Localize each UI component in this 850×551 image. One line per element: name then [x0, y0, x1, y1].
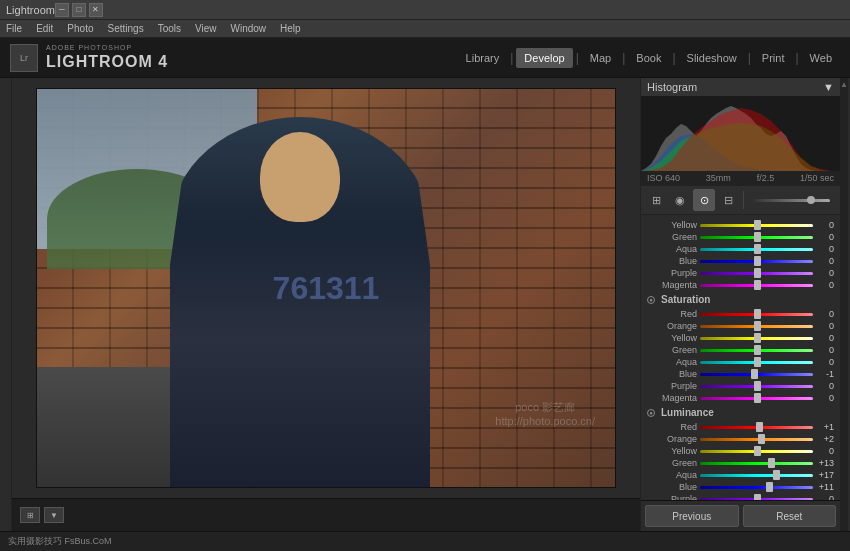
sat-red-label: Red — [647, 309, 697, 319]
hue-magenta-value: 0 — [816, 280, 834, 290]
lum-orange-thumb — [758, 434, 765, 444]
lum-yellow-row: Yellow 0 — [641, 445, 840, 457]
hue-magenta-thumb — [754, 280, 761, 290]
menu-file[interactable]: File — [4, 23, 24, 34]
hue-purple-value: 0 — [816, 268, 834, 278]
sat-magenta-row: Magenta 0 — [641, 392, 840, 404]
hue-aqua-thumb — [754, 244, 761, 254]
hue-blue-value: 0 — [816, 256, 834, 266]
lum-red-thumb — [756, 422, 763, 432]
tab-book[interactable]: Book — [628, 48, 669, 68]
sat-magenta-value: 0 — [816, 393, 834, 403]
redeye-tool-icon[interactable]: ⊟ — [717, 189, 739, 211]
lum-aqua-thumb — [773, 470, 780, 480]
sat-orange-track[interactable] — [700, 325, 813, 328]
lum-green-label: Green — [647, 458, 697, 468]
tab-print[interactable]: Print — [754, 48, 793, 68]
menu-view[interactable]: View — [193, 23, 219, 34]
reset-button[interactable]: Reset — [743, 505, 837, 527]
hue-yellow-row: Yellow 0 — [641, 219, 840, 231]
lum-red-track[interactable] — [700, 426, 813, 429]
sat-yellow-row: Yellow 0 — [641, 332, 840, 344]
menu-help[interactable]: Help — [278, 23, 303, 34]
lum-orange-track[interactable] — [700, 438, 813, 441]
hue-blue-label: Blue — [647, 256, 697, 266]
maximize-button[interactable]: □ — [72, 3, 86, 17]
saturation-section-header[interactable]: ● Saturation — [641, 291, 840, 308]
tab-slideshow[interactable]: Slideshow — [679, 48, 745, 68]
sat-red-track[interactable] — [700, 313, 813, 316]
hue-green-track[interactable] — [700, 236, 813, 239]
hue-aqua-track[interactable] — [700, 248, 813, 251]
sat-blue-track[interactable] — [700, 373, 813, 376]
lum-red-label: Red — [647, 422, 697, 432]
sat-purple-track[interactable] — [700, 385, 813, 388]
filmstrip-btn-2[interactable]: ▼ — [44, 507, 64, 523]
sat-aqua-row: Aqua 0 — [641, 356, 840, 368]
previous-button[interactable]: Previous — [645, 505, 739, 527]
hue-magenta-track[interactable] — [700, 284, 813, 287]
lum-aqua-row: Aqua +17 — [641, 469, 840, 481]
lum-orange-value: +2 — [816, 434, 834, 444]
sat-orange-row: Orange 0 — [641, 320, 840, 332]
lum-aqua-track[interactable] — [700, 474, 813, 477]
scroll-up-arrow[interactable]: ▲ — [840, 80, 848, 89]
luminance-toggle[interactable]: ● — [647, 409, 655, 417]
hue-purple-row: Purple 0 — [641, 267, 840, 279]
right-scrollbar[interactable]: ▲ — [840, 78, 848, 531]
lum-blue-track[interactable] — [700, 486, 813, 489]
lum-red-value: +1 — [816, 422, 834, 432]
hue-green-label: Green — [647, 232, 697, 242]
lum-purple-track[interactable] — [700, 498, 813, 501]
head — [260, 132, 340, 222]
sat-aqua-thumb — [754, 357, 761, 367]
hue-yellow-track[interactable] — [700, 224, 813, 227]
menu-edit[interactable]: Edit — [34, 23, 55, 34]
hue-yellow-label: Yellow — [647, 220, 697, 230]
lum-purple-row: Purple 0 — [641, 493, 840, 500]
lum-yellow-track[interactable] — [700, 450, 813, 453]
menu-photo[interactable]: Photo — [65, 23, 95, 34]
sat-aqua-track[interactable] — [700, 361, 813, 364]
hue-green-row: Green 0 — [641, 231, 840, 243]
sat-blue-thumb — [751, 369, 758, 379]
sat-yellow-track[interactable] — [700, 337, 813, 340]
sat-purple-label: Purple — [647, 381, 697, 391]
sat-yellow-label: Yellow — [647, 333, 697, 343]
histogram-svg — [641, 96, 840, 171]
minimize-button[interactable]: ─ — [55, 3, 69, 17]
lum-green-track[interactable] — [700, 462, 813, 465]
hue-blue-track[interactable] — [700, 260, 813, 263]
menu-tools[interactable]: Tools — [156, 23, 183, 34]
lum-blue-value: +11 — [816, 482, 834, 492]
histogram-chevron-icon[interactable]: ▼ — [823, 81, 834, 93]
grid-tool-icon[interactable]: ⊞ — [645, 189, 667, 211]
sat-magenta-thumb — [754, 393, 761, 403]
lum-yellow-thumb — [754, 446, 761, 456]
tab-web[interactable]: Web — [802, 48, 840, 68]
saturation-toggle[interactable]: ● — [647, 296, 655, 304]
histogram-header: Histogram ▼ — [641, 78, 840, 96]
panel-buttons: Previous Reset — [641, 500, 840, 531]
photo-area: 761311 poco 影艺廊 http://photo.poco.cn/ ⊞ … — [12, 78, 640, 531]
crop-tool-icon[interactable]: ◉ — [669, 189, 691, 211]
hue-green-thumb — [754, 232, 761, 242]
lum-orange-row: Orange +2 — [641, 433, 840, 445]
menu-window[interactable]: Window — [229, 23, 269, 34]
menu-settings[interactable]: Settings — [106, 23, 146, 34]
sat-magenta-track[interactable] — [700, 397, 813, 400]
adobe-label: ADOBE PHOTOSHOP — [46, 44, 168, 52]
filmstrip-btn-1[interactable]: ⊞ — [20, 507, 40, 523]
luminance-section-header[interactable]: ● Luminance — [641, 404, 840, 421]
close-button[interactable]: ✕ — [89, 3, 103, 17]
tab-map[interactable]: Map — [582, 48, 619, 68]
sat-green-track[interactable] — [700, 349, 813, 352]
tab-library[interactable]: Library — [458, 48, 508, 68]
sliders-panel[interactable]: Yellow 0 Green 0 Aqua — [641, 215, 840, 500]
hue-purple-track[interactable] — [700, 272, 813, 275]
tab-develop[interactable]: Develop — [516, 48, 572, 68]
tool-amount-slider[interactable] — [754, 199, 830, 202]
tool-slider-thumb — [807, 196, 815, 204]
spot-tool-icon[interactable]: ⊙ — [693, 189, 715, 211]
histogram-info: ISO 640 35mm f/2.5 1/50 sec — [641, 171, 840, 185]
